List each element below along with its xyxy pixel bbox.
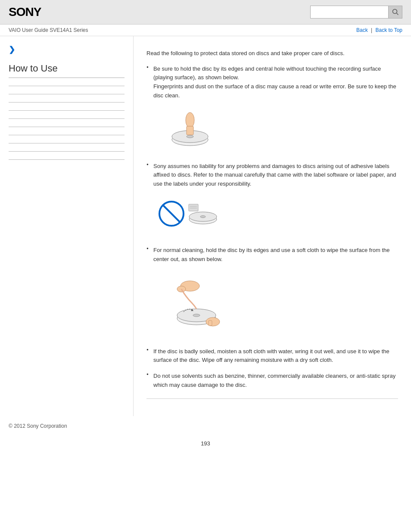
bullet-text-1: Be sure to hold the disc by its edges an… [153, 65, 398, 100]
bullet-dot-1: ● [146, 65, 153, 69]
svg-rect-23 [209, 320, 212, 326]
disc-image-3-container [158, 271, 398, 337]
main-container: ❯ How to Use Read the following to prote… [0, 36, 411, 416]
svg-point-5 [186, 112, 194, 128]
disc-image-2 [158, 196, 218, 234]
bullet-item-4: ● If the disc is badly soiled, moisten a… [146, 347, 398, 365]
disc-image-2-container [158, 196, 398, 236]
nav-separator: | [371, 27, 372, 33]
bullet-text-4: If the disc is badly soiled, moisten a s… [153, 347, 398, 365]
sidebar-divider-3 [9, 102, 125, 103]
bullet-dot-2: ● [146, 162, 153, 166]
footer: © 2012 Sony Corporation [0, 416, 411, 436]
nav-bar: VAIO User Guide SVE14A1 Series Back | Ba… [0, 25, 411, 36]
search-input[interactable] [311, 6, 388, 18]
bullet-item-1: ● Be sure to hold the disc by its edges … [146, 65, 398, 100]
disc-image-1-container [158, 107, 398, 152]
svg-point-22 [206, 317, 220, 326]
svg-line-9 [163, 205, 180, 222]
breadcrumb: VAIO User Guide SVE14A1 Series [9, 27, 88, 33]
bullet-text-2: Sony assumes no liability for any proble… [153, 162, 398, 189]
bullet-text-5: Do not use solvents such as benzine, thi… [153, 372, 398, 390]
copyright-text: © 2012 Sony Corporation [9, 423, 67, 429]
sidebar-divider-1 [9, 86, 125, 86]
sidebar-divider-4 [9, 110, 125, 111]
search-button[interactable] [388, 6, 402, 18]
nav-links: Back | Back to Top [356, 27, 402, 33]
content-area: Read the following to protect data store… [134, 36, 411, 416]
search-box [310, 6, 402, 19]
sidebar: ❯ How to Use [0, 36, 134, 416]
bullet-text-3: For normal cleaning, hold the disc by it… [153, 246, 398, 264]
sidebar-title: How to Use [9, 63, 125, 78]
sidebar-divider-9 [9, 151, 125, 152]
disc-image-1 [158, 107, 214, 150]
sidebar-divider-7 [9, 135, 125, 135]
back-to-top-link[interactable]: Back to Top [376, 27, 402, 33]
content-divider [146, 398, 398, 399]
search-icon [392, 9, 399, 16]
bullet-dot-3: ● [146, 246, 153, 250]
bullet-item-2: ● Sony assumes no liability for any prob… [146, 162, 398, 189]
sidebar-divider-6 [9, 127, 125, 127]
svg-point-4 [187, 135, 193, 138]
sidebar-divider-2 [9, 94, 125, 94]
sidebar-divider-10 [9, 159, 125, 160]
back-link[interactable]: Back [356, 27, 368, 33]
bullet-dot-4: ● [146, 348, 153, 352]
svg-line-1 [396, 13, 398, 15]
svg-point-12 [200, 216, 206, 218]
svg-point-18 [193, 314, 200, 317]
svg-point-0 [392, 9, 397, 14]
sidebar-divider-5 [9, 118, 125, 119]
chevron-right-icon: ❯ [9, 45, 125, 54]
bullet-item-3: ● For normal cleaning, hold the disc by … [146, 246, 398, 264]
sony-logo: SONY [9, 5, 41, 19]
header: SONY [0, 0, 411, 25]
intro-paragraph: Read the following to protect data store… [146, 49, 398, 58]
sidebar-divider-8 [9, 143, 125, 143]
svg-rect-6 [187, 126, 193, 135]
bullet-item-5: ● Do not use solvents such as benzine, t… [146, 372, 398, 390]
disc-image-3 [158, 271, 222, 336]
bullet-dot-5: ● [146, 372, 153, 376]
svg-rect-13 [189, 204, 198, 211]
page-number: 193 [0, 436, 411, 451]
